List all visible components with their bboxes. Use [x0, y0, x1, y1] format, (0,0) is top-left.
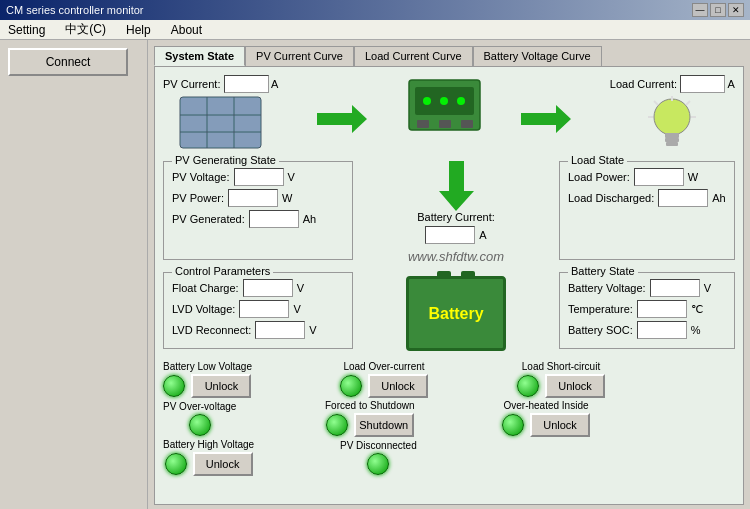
lvd-voltage-input[interactable] — [239, 300, 289, 318]
tab-battery-voltage-curve[interactable]: Battery Voltage Curve — [473, 46, 602, 66]
pv-voltage-unit: V — [288, 171, 295, 183]
pv-current-unit: A — [271, 78, 278, 90]
menu-help[interactable]: Help — [122, 22, 155, 38]
battery-current-unit: A — [479, 229, 486, 241]
alert-battery-low-voltage-label: Battery Low Voltage — [163, 361, 252, 372]
unlock-load-short-circuit-btn[interactable]: Unlock — [545, 374, 605, 398]
pv-current-input[interactable] — [224, 75, 269, 93]
tab-system-state[interactable]: System State — [154, 46, 245, 66]
lvd-voltage-unit: V — [293, 303, 300, 315]
unlock-battery-low-voltage-btn[interactable]: Unlock — [191, 374, 251, 398]
connect-button[interactable]: Connect — [8, 48, 128, 76]
battery-current-row: Battery Current: — [417, 211, 495, 223]
menu-bar: Setting 中文(C) Help About — [0, 20, 750, 40]
load-discharged-input[interactable] — [658, 189, 708, 207]
control-params-title: Control Parameters — [172, 265, 273, 277]
load-discharged-label: Load Discharged: — [568, 192, 654, 204]
float-charge-input[interactable] — [243, 279, 293, 297]
svg-point-18 — [440, 97, 448, 105]
led-pv-disconnected — [367, 453, 389, 475]
main-layout: Connect System State PV Current Curve Lo… — [0, 40, 750, 509]
pv-current-label: PV Current: — [163, 78, 220, 90]
pv-voltage-input[interactable] — [234, 168, 284, 186]
pv-generated-unit: Ah — [303, 213, 316, 225]
lvd-reconnect-unit: V — [309, 324, 316, 336]
battery-current-input[interactable] — [425, 226, 475, 244]
load-current-input[interactable] — [680, 75, 725, 93]
unlock-battery-high-voltage-btn[interactable]: Unlock — [193, 452, 253, 476]
alert-pv-disconnected-label: PV Disconnected — [340, 440, 417, 451]
pv-generating-state-box: PV Generating State PV Voltage: V PV Pow… — [163, 161, 353, 260]
svg-marker-23 — [521, 105, 571, 133]
svg-rect-20 — [417, 120, 429, 128]
svg-marker-14 — [317, 105, 367, 133]
load-power-unit: W — [688, 171, 698, 183]
unlock-overheated-inside-btn[interactable]: Unlock — [530, 413, 590, 437]
watermark: www.shfdtw.com — [408, 249, 504, 264]
menu-chinese[interactable]: 中文(C) — [61, 20, 110, 39]
svg-rect-6 — [208, 98, 233, 114]
svg-rect-25 — [665, 133, 679, 138]
window-title: CM series controller monitor — [6, 4, 144, 16]
alert-pv-overvoltage: PV Over-voltage — [163, 400, 323, 437]
lvd-voltage-row: LVD Voltage: V — [172, 300, 344, 318]
tab-bar: System State PV Current Curve Load Curre… — [154, 46, 744, 66]
minimize-button[interactable]: — — [692, 3, 708, 17]
bottom-params-section: Control Parameters Float Charge: V LVD V… — [163, 272, 735, 355]
temperature-unit: ℃ — [691, 303, 703, 316]
battery-voltage-input[interactable] — [650, 279, 700, 297]
maximize-button[interactable]: □ — [710, 3, 726, 17]
alert-overheated-inside: Over-heated Inside Unlock — [502, 400, 677, 437]
battery-state-title: Battery State — [568, 265, 638, 277]
led-load-overcurrent — [340, 375, 362, 397]
battery-soc-row: Battery SOC: % — [568, 321, 726, 339]
tab-pv-current-curve[interactable]: PV Current Curve — [245, 46, 354, 66]
arrow-pv-to-controller — [317, 105, 367, 133]
float-charge-unit: V — [297, 282, 304, 294]
tab-load-current-curve[interactable]: Load Current Curve — [354, 46, 473, 66]
shutdown-btn[interactable]: Shutdown — [354, 413, 414, 437]
lvd-reconnect-input[interactable] — [255, 321, 305, 339]
load-current-label: Load Current: — [610, 78, 677, 90]
middle-section: PV Generating State PV Voltage: V PV Pow… — [163, 161, 735, 266]
load-state-title: Load State — [568, 154, 627, 166]
temperature-input[interactable] — [637, 300, 687, 318]
menu-setting[interactable]: Setting — [4, 22, 49, 38]
close-button[interactable]: ✕ — [728, 3, 744, 17]
led-forced-shutdown — [326, 414, 348, 436]
battery-soc-input[interactable] — [637, 321, 687, 339]
alert-battery-high-voltage-label: Battery High Voltage — [163, 439, 254, 450]
svg-rect-12 — [208, 133, 233, 147]
load-discharged-row: Load Discharged: Ah — [568, 189, 726, 207]
svg-rect-22 — [461, 120, 473, 128]
svg-rect-27 — [666, 142, 678, 146]
pv-generated-input[interactable] — [249, 210, 299, 228]
temperature-row: Temperature: ℃ — [568, 300, 726, 318]
temperature-label: Temperature: — [568, 303, 633, 315]
controller-icon — [407, 75, 482, 135]
pv-power-unit: W — [282, 192, 292, 204]
tab-content-system-state: PV Current: A — [154, 66, 744, 505]
svg-rect-26 — [665, 138, 679, 142]
load-section: Load Current: A — [610, 75, 735, 155]
svg-rect-7 — [235, 98, 260, 114]
float-charge-label: Float Charge: — [172, 282, 239, 294]
load-power-input[interactable] — [634, 168, 684, 186]
battery-current-label: Battery Current: — [417, 211, 495, 223]
battery-soc-unit: % — [691, 324, 701, 336]
svg-rect-5 — [181, 98, 206, 114]
pv-generated-row: PV Generated: Ah — [172, 210, 344, 228]
svg-rect-9 — [208, 116, 233, 131]
led-pv-overvoltage — [189, 414, 211, 436]
alert-pv-disconnected: PV Disconnected — [340, 439, 500, 476]
load-state-box: Load State Load Power: W Load Discharged… — [559, 161, 735, 260]
svg-point-19 — [457, 97, 465, 105]
svg-line-29 — [654, 101, 658, 105]
pv-power-input[interactable] — [228, 189, 278, 207]
menu-about[interactable]: About — [167, 22, 206, 38]
battery-state-box: Battery State Battery Voltage: V Tempera… — [559, 272, 735, 349]
battery-current-input-row: A — [425, 226, 486, 244]
svg-rect-10 — [235, 116, 260, 131]
alert-load-overcurrent: Load Over-current Unlock — [340, 361, 515, 398]
unlock-load-overcurrent-btn[interactable]: Unlock — [368, 374, 428, 398]
